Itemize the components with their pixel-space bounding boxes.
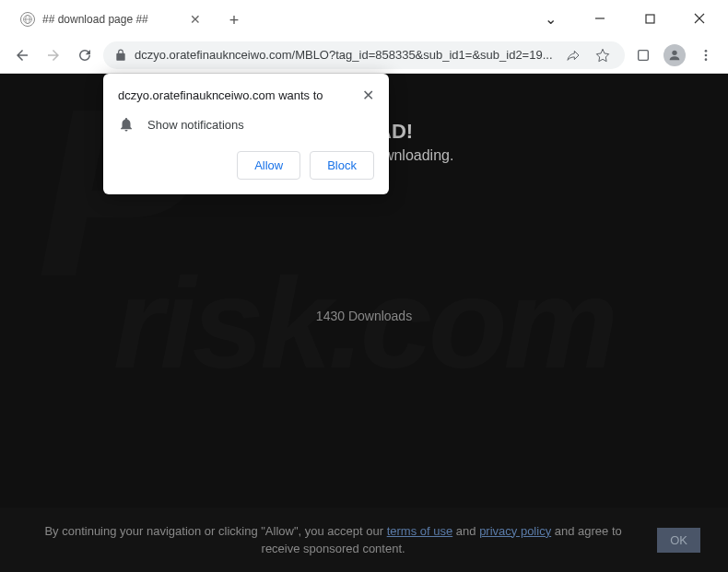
extensions-icon — [636, 48, 651, 63]
cookie-text: By continuing your navigation or clickin… — [28, 522, 639, 558]
forward-button[interactable] — [41, 42, 66, 68]
cookie-bar: By continuing your navigation or clickin… — [0, 508, 728, 572]
share-icon — [566, 48, 581, 63]
chevron-down-icon: ⌄ — [545, 10, 557, 28]
kebab-icon — [699, 48, 713, 63]
allow-button[interactable]: Allow — [237, 151, 300, 180]
arrow-left-icon — [14, 47, 30, 64]
url-text: dczyo.oratefinauknceiwo.com/MBLO?tag_id=… — [135, 48, 555, 62]
notification-prompt: dczyo.oratefinauknceiwo.com wants to ✕ S… — [103, 74, 389, 194]
share-button[interactable] — [562, 48, 584, 63]
svg-point-10 — [705, 53, 708, 56]
minimize-icon — [594, 13, 605, 24]
menu-button[interactable] — [693, 42, 719, 68]
reload-icon — [76, 47, 93, 64]
star-icon — [595, 48, 610, 63]
minimize-button[interactable] — [579, 4, 621, 33]
tab-title: ## download page ## — [42, 13, 179, 26]
profile-button[interactable] — [662, 42, 687, 68]
avatar-icon — [663, 44, 686, 66]
extensions-button[interactable] — [630, 42, 656, 68]
prompt-permission-label: Show notifications — [147, 118, 244, 132]
cookie-ok-button[interactable]: OK — [657, 528, 700, 553]
bookmark-button[interactable] — [592, 48, 614, 63]
block-button[interactable]: Block — [310, 151, 374, 180]
close-icon — [694, 13, 705, 24]
prompt-close-button[interactable]: ✕ — [362, 88, 374, 103]
svg-rect-7 — [639, 50, 649, 60]
reload-button[interactable] — [72, 42, 98, 68]
new-tab-button[interactable]: + — [221, 7, 247, 33]
privacy-link[interactable]: privacy policy — [479, 524, 551, 538]
address-bar[interactable]: dczyo.oratefinauknceiwo.com/MBLO?tag_id=… — [103, 41, 625, 69]
svg-point-9 — [705, 50, 708, 53]
dropdown-button[interactable]: ⌄ — [529, 4, 571, 33]
arrow-right-icon — [45, 47, 62, 64]
svg-point-11 — [705, 58, 708, 61]
terms-link[interactable]: terms of use — [387, 524, 453, 538]
globe-icon — [20, 12, 35, 27]
maximize-icon — [645, 14, 655, 24]
back-button[interactable] — [9, 42, 35, 68]
browser-tab[interactable]: ## download page ## ✕ — [11, 4, 214, 35]
lock-icon — [114, 49, 127, 62]
maximize-button[interactable] — [628, 4, 671, 33]
close-window-button[interactable] — [678, 4, 721, 33]
downloads-count: 1430 Downloads — [316, 309, 412, 323]
prompt-origin: dczyo.oratefinauknceiwo.com wants to — [118, 88, 323, 102]
svg-point-8 — [672, 50, 676, 54]
bell-icon — [118, 116, 135, 133]
svg-rect-1 — [646, 15, 654, 23]
tab-close-button[interactable]: ✕ — [186, 10, 205, 29]
browser-toolbar: dczyo.oratefinauknceiwo.com/MBLO?tag_id=… — [0, 37, 728, 74]
